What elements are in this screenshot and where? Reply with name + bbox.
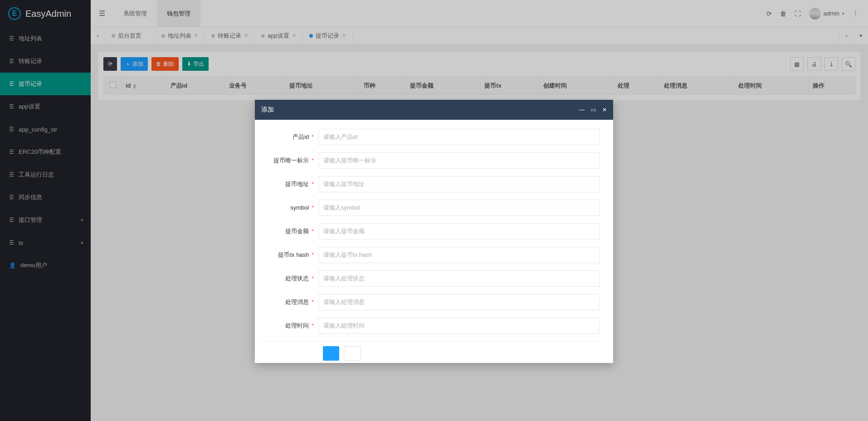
form-input[interactable] <box>318 223 600 240</box>
form-label: 提币唯一标示 * <box>259 157 318 165</box>
form-input[interactable] <box>318 247 600 263</box>
form-input[interactable] <box>318 294 600 310</box>
form-row: 提币tx hash * <box>259 247 600 263</box>
form-label: 处理时间 * <box>259 322 318 330</box>
form-row: 处理时间 * <box>259 318 600 334</box>
form-label: 产品id * <box>259 133 318 141</box>
form-row: 处理状态 * <box>259 270 600 287</box>
form-input[interactable] <box>318 152 600 169</box>
form-row: 产品id * <box>259 129 600 145</box>
modal-minimize[interactable]: — <box>579 107 585 113</box>
form-label: symbol * <box>259 204 318 211</box>
form-input[interactable] <box>318 270 600 287</box>
form-input[interactable] <box>318 176 600 192</box>
add-modal: 添加 — ▭ ✕ 产品id *提币唯一标示 *提币地址 *symbol *提币金… <box>255 100 613 363</box>
modal-body: 产品id *提币唯一标示 *提币地址 *symbol *提币金额 *提币tx h… <box>255 120 613 363</box>
form-row: 提币唯一标示 * <box>259 152 600 169</box>
modal-footer <box>259 341 600 361</box>
form-row: 提币地址 * <box>259 176 600 192</box>
modal-cancel-button[interactable] <box>344 346 361 361</box>
form-input[interactable] <box>318 200 600 216</box>
form-label: 提币金额 * <box>259 227 318 235</box>
form-input[interactable] <box>318 129 600 145</box>
form-row: 处理消息 * <box>259 294 600 310</box>
form-label: 处理消息 * <box>259 298 318 306</box>
form-label: 提币地址 * <box>259 180 318 188</box>
modal-header: 添加 — ▭ ✕ <box>255 100 613 120</box>
modal-title: 添加 <box>261 106 274 114</box>
form-input[interactable] <box>318 318 600 334</box>
form-label: 提币tx hash * <box>259 251 318 259</box>
modal-submit-button[interactable] <box>323 346 339 361</box>
form-row: 提币金额 * <box>259 223 600 240</box>
modal-close[interactable]: ✕ <box>602 107 607 113</box>
form-label: 处理状态 * <box>259 274 318 283</box>
modal-maximize[interactable]: ▭ <box>591 107 596 113</box>
form-row: symbol * <box>259 200 600 216</box>
